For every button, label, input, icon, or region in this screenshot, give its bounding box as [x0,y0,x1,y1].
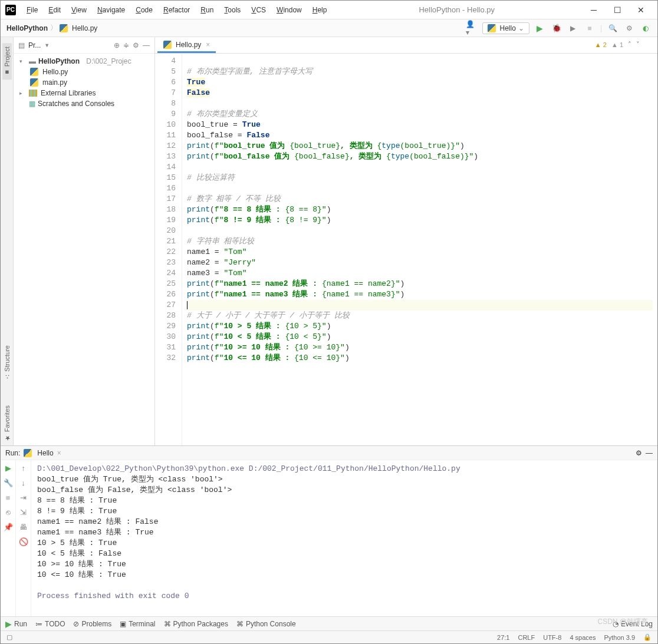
menu-file[interactable]: File [22,4,42,16]
wrench-icon[interactable]: 🔧 [4,478,13,487]
python-console-button[interactable]: ⌘Python Console [236,620,296,628]
wrap-icon[interactable]: ⇥ [20,493,27,502]
hide-panel-icon[interactable]: — [143,41,150,49]
scroll-icon[interactable]: ⇲ [20,508,27,517]
target-icon[interactable]: ⊕ [114,41,120,49]
coverage-button[interactable]: ▶ [567,22,579,34]
status-square-icon[interactable]: ▢ [6,633,12,641]
weak-warning-badge: ▲ 1 [611,41,623,48]
panel-settings-icon[interactable]: ⚙ [133,41,139,49]
editor-inspections[interactable]: ▲ 2 ▲ 1 ˄ ˅ [595,41,640,48]
menu-navigate[interactable]: Navigate [93,4,130,16]
menu-code[interactable]: Code [131,4,157,16]
editor-tab-hello[interactable]: Hello.py × [157,38,216,53]
expand-arrow-icon[interactable]: ▸ [19,90,27,96]
tree-root[interactable]: ▾ ▬ HelloPython D:\002_Projec [14,56,154,67]
search-icon[interactable]: 🔍 [607,22,618,34]
line-separator[interactable]: CRLF [518,634,535,641]
editor-area: Hello.py × ▲ 2 ▲ 1 ˄ ˅ 45678910111213141… [155,37,657,445]
editor-tabs: Hello.py × [155,37,657,54]
window-controls: ─ ☐ ✕ [582,2,653,18]
code-content[interactable]: # 布尔类型字面量, 注意首字母大写TrueFalse # 布尔类型变量定义bo… [182,54,657,445]
debug-button[interactable]: 🐞 [551,22,562,34]
run-tab-name[interactable]: Hello [37,449,53,457]
tree-file-hello[interactable]: Hello.py [14,67,154,77]
indent-setting[interactable]: 4 spaces [570,634,596,641]
menu-edit[interactable]: Edit [44,4,65,16]
expand-arrow-icon[interactable]: ▾ [19,58,27,64]
chevron-down-icon[interactable]: ˅ [636,41,640,48]
structure-tool-tab[interactable]: ⛬Structure [2,342,12,384]
project-tool-tab[interactable]: ■Project [2,43,12,80]
up-icon[interactable]: ↑ [21,464,25,473]
run-header: Run: Hello × ⚙ — [1,446,657,460]
settings-icon[interactable]: ⚙ [623,22,635,34]
tree-scratches[interactable]: ▦ Scratches and Consoles [14,98,154,109]
python-file-icon [163,41,172,49]
chevron-up-icon[interactable]: ˄ [628,41,631,48]
expand-icon[interactable]: ≑ [123,41,129,49]
menu-run[interactable]: Run [196,4,218,16]
lock-icon[interactable]: 🔒 [643,633,652,641]
python-interpreter[interactable]: Python 3.9 [604,634,635,641]
close-tab-icon[interactable]: × [57,449,61,457]
close-tab-icon[interactable]: × [206,41,210,49]
run-console[interactable]: D:\001_Develop\022_Python\Python39\pytho… [31,460,657,616]
cursor-position[interactable]: 27:1 [497,634,509,641]
status-bar: ▢ 27:1 CRLF UTF-8 4 spaces Python 3.9 🔒 [1,630,657,643]
color-icon[interactable]: ◐ [640,22,652,34]
toolbar-right: 👤▾ Hello ⌄ ▶ 🐞 ▶ ■ | 🔍 ⚙ ◐ [466,22,652,34]
breadcrumb-project[interactable]: HelloPython [6,24,48,32]
run-settings-icon[interactable]: ⚙ [636,449,642,457]
tree-file-main[interactable]: main.py [14,77,154,88]
menu-window[interactable]: Window [272,4,307,16]
code-editor[interactable]: 4567891011121314151617181920212223242526… [155,54,657,445]
down-icon[interactable]: ↓ [21,478,25,487]
breadcrumb-file[interactable]: Hello.py [72,24,97,32]
terminal-tool-button[interactable]: ▣Terminal [120,620,155,628]
python-packages-button[interactable]: ⌘Python Packages [164,620,228,628]
close-button[interactable]: ✕ [629,2,653,18]
run-left-toolbar-2: ↑ ↓ ⇥ ⇲ 🖶 🚫 [16,460,31,616]
project-panel-icon: ▤ [18,41,25,49]
app-window: PC FileEditViewNavigateCodeRefactorRunTo… [0,0,658,644]
project-tree: ▾ ▬ HelloPython D:\002_Projec Hello.py m… [14,54,154,111]
menu-refactor[interactable]: Refactor [159,4,195,16]
hide-run-icon[interactable]: — [646,449,653,457]
maximize-button[interactable]: ☐ [606,2,629,18]
tree-external-libs[interactable]: ▸ External Libraries [14,88,154,98]
menu-vcs[interactable]: VCS [246,4,271,16]
menu-help[interactable]: Help [308,4,332,16]
run-tool-button[interactable]: ▶Run [5,619,27,629]
dropdown-icon: ⌄ [518,24,524,32]
line-number-gutter: 4567891011121314151617181920212223242526… [155,54,182,445]
print-icon[interactable]: 🖶 [19,523,27,531]
stop-button[interactable]: ■ [584,22,596,34]
menu-view[interactable]: View [67,4,91,16]
user-icon[interactable]: 👤▾ [466,22,478,34]
run-button[interactable]: ▶ [534,22,546,34]
minimize-button[interactable]: ─ [582,2,606,18]
problems-tool-button[interactable]: ⊘Problems [73,620,111,628]
favorites-tool-tab[interactable]: ★Favorites [2,402,12,445]
menu-tools[interactable]: Tools [219,4,245,16]
run-body: ▶ 🔧 ■ ⎋ 📌 ↑ ↓ ⇥ ⇲ 🖶 🚫 D:\001_Develop\022… [1,460,657,616]
clear-icon[interactable]: 🚫 [19,537,28,546]
run-left-toolbar: ▶ 🔧 ■ ⎋ 📌 [1,460,16,616]
left-tool-gutter: ■Project ⛬Structure ★Favorites [1,37,14,445]
pin-icon[interactable]: 📌 [4,523,13,531]
file-encoding[interactable]: UTF-8 [543,634,561,641]
toolbar: HelloPython 〉 Hello.py 👤▾ Hello ⌄ ▶ 🐞 ▶ … [1,19,657,37]
stop-icon[interactable]: ■ [6,493,11,502]
main-menu: FileEditViewNavigateCodeRefactorRunTools… [22,4,331,16]
folder-icon: ▬ [29,57,36,65]
breadcrumb: HelloPython 〉 Hello.py [6,23,97,33]
exit-icon[interactable]: ⎋ [6,508,11,517]
run-config-selector[interactable]: Hello ⌄ [482,22,529,34]
todo-tool-button[interactable]: ≔TODO [35,620,65,628]
project-panel-title: Pr... [28,41,41,49]
rerun-button[interactable]: ▶ [5,464,11,473]
scratches-icon: ▦ [29,100,35,108]
window-title: HelloPython - Hello.py [331,5,582,14]
dropdown-icon[interactable]: ▼ [44,42,50,48]
